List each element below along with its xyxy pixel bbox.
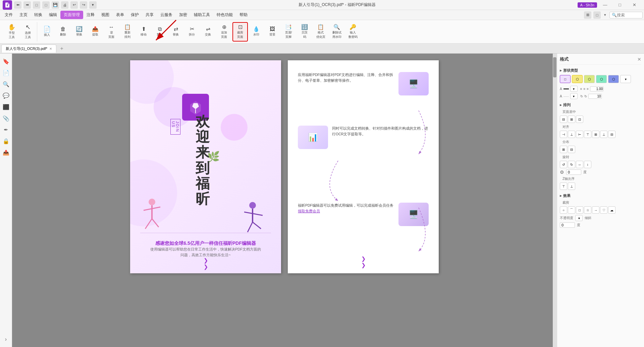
shape-star-btn[interactable]: ⬡ bbox=[596, 75, 607, 83]
extract-page-btn[interactable]: 📤 提取 bbox=[88, 22, 103, 42]
rotate-angle-input[interactable] bbox=[566, 169, 581, 175]
user-badge[interactable]: A - Sh3n bbox=[578, 2, 597, 8]
tab-close-btn[interactable]: ✕ bbox=[49, 47, 52, 51]
new-tab-btn[interactable]: + bbox=[58, 45, 66, 53]
menu-form[interactable]: 表单 bbox=[113, 11, 127, 19]
shape-rounded-btn[interactable]: ⬡ bbox=[572, 75, 583, 83]
flip-v-btn[interactable]: ↕ bbox=[584, 161, 591, 168]
crop-star-btn[interactable]: ☆ bbox=[584, 206, 591, 214]
headfoot-btn[interactable]: 📑 页眉/页脚 bbox=[281, 22, 296, 42]
menu-tools[interactable]: 辅助工具 bbox=[191, 11, 213, 19]
zorder-front-btn[interactable]: ⊤ bbox=[560, 183, 567, 190]
layout-grid-btn[interactable]: ⊞ bbox=[584, 11, 591, 19]
menu-cloud[interactable]: 云服务 bbox=[157, 11, 176, 19]
align-center-btn[interactable]: ⊥ bbox=[568, 131, 575, 138]
panel-close-btn[interactable]: ✕ bbox=[637, 57, 641, 62]
menu-share[interactable]: 共享 bbox=[142, 11, 157, 19]
toolbar-forward-btn[interactable]: ➡ bbox=[23, 1, 31, 9]
align-fill-btn[interactable]: ⊟ bbox=[608, 131, 615, 138]
merge-page-btn[interactable]: ⊕ 追加页面 bbox=[216, 22, 232, 42]
layout-list-btn[interactable]: □ bbox=[593, 11, 601, 19]
hand-tool-btn[interactable]: ✋ 手型工具 bbox=[4, 22, 19, 42]
crop-rect-btn[interactable]: □ bbox=[576, 206, 583, 214]
opacity-type-btn[interactable]: ▾ bbox=[575, 215, 583, 221]
crop-wave-btn[interactable]: ⌒ bbox=[568, 206, 575, 214]
crop-cloud-btn[interactable]: ☁ bbox=[608, 206, 615, 214]
search-input[interactable] bbox=[617, 13, 640, 17]
align-top-btn[interactable]: ⊤ bbox=[584, 131, 591, 138]
dist-v-btn[interactable]: ⊟ bbox=[568, 146, 575, 153]
vertical-scrollbar[interactable] bbox=[553, 54, 557, 347]
zorder-back-btn[interactable]: ⊥ bbox=[568, 183, 575, 190]
menu-special[interactable]: 特色功能 bbox=[213, 11, 236, 19]
doc-tab[interactable]: 新人引导(1)_OCR(3).pdf* ✕ bbox=[1, 45, 56, 53]
sidebar-share-icon[interactable]: 📤 bbox=[1, 147, 11, 157]
sidebar-bookmark-icon[interactable]: 🔖 bbox=[1, 56, 11, 66]
align-bottom-btn[interactable]: ⊥ bbox=[600, 131, 607, 138]
toolbar-back-btn[interactable]: ⬅ bbox=[14, 1, 21, 9]
menu-edit[interactable]: 编辑 bbox=[46, 11, 60, 19]
background-btn[interactable]: 🖼 背景 bbox=[265, 22, 280, 42]
toolbar-print-btn[interactable]: 🖨 bbox=[61, 1, 68, 9]
shape-more-btn[interactable]: ▾ bbox=[620, 75, 631, 83]
crop-heart-btn[interactable]: ♡ bbox=[600, 206, 607, 214]
sidebar-attachment-icon[interactable]: 📎 bbox=[1, 113, 11, 123]
toolbar-open-btn[interactable]: □ bbox=[42, 1, 50, 9]
crop-arrow-btn[interactable]: → bbox=[592, 206, 599, 214]
close-btn[interactable]: ✕ bbox=[628, 0, 641, 10]
input-pwd-btn[interactable]: 🔑 输入数密码 bbox=[345, 22, 361, 42]
watermark-btn[interactable]: 💧 水印 bbox=[249, 22, 264, 42]
swap-page-btn[interactable]: ⇌ 交换 bbox=[200, 22, 216, 42]
dist-h-btn[interactable]: ⊞ bbox=[560, 146, 567, 153]
scroll-thumb[interactable] bbox=[553, 57, 556, 77]
shape-rect-btn[interactable]: □ bbox=[560, 75, 571, 83]
flip-h-btn[interactable]: ↔ bbox=[576, 161, 583, 168]
replace-page-btn[interactable]: 🔄 替换 bbox=[71, 22, 87, 42]
menu-home[interactable]: 主页 bbox=[16, 11, 31, 19]
move-page-btn[interactable]: ⬆ 移动 bbox=[136, 22, 151, 42]
menu-encrypt[interactable]: 加密 bbox=[176, 11, 191, 19]
fill-color-btn[interactable]: ▾ bbox=[570, 93, 578, 99]
shape-hex-btn[interactable]: ⬡ bbox=[584, 75, 595, 83]
crop-page-btn[interactable]: ⊡ 裁剪页面 bbox=[232, 22, 248, 42]
center-hv-btn[interactable]: ⊡ bbox=[576, 116, 583, 123]
sidebar-expand-btn[interactable]: › bbox=[1, 334, 11, 344]
trial-watermark-btn[interactable]: 🔍 删除试用水印 bbox=[329, 22, 344, 42]
tilt-input[interactable] bbox=[560, 222, 575, 228]
align-left-btn[interactable]: ⊣ bbox=[560, 131, 567, 138]
split-page-btn[interactable]: ✂ 拆分 bbox=[184, 22, 200, 42]
delete-page-btn[interactable]: 🗑 删除 bbox=[55, 22, 71, 42]
center-v-btn[interactable]: ⊞ bbox=[568, 116, 575, 123]
select-tool-btn[interactable]: ↖ 选择工具 bbox=[20, 22, 36, 42]
sidebar-signature-icon[interactable]: ✒ bbox=[1, 125, 11, 135]
border-width-input[interactable] bbox=[590, 86, 603, 91]
toolbar-undo-btn[interactable]: ↩ bbox=[70, 1, 78, 9]
toolbar-more-btn[interactable]: ▾ bbox=[89, 1, 97, 9]
menu-convert[interactable]: 转换 bbox=[31, 11, 46, 19]
reorder-page-btn[interactable]: 📋 重新排列 bbox=[120, 22, 135, 42]
toolbar-save-btn[interactable]: 💾 bbox=[52, 1, 59, 9]
menu-protect[interactable]: 保护 bbox=[127, 11, 142, 19]
align-right-btn[interactable]: ⊢ bbox=[576, 131, 583, 138]
sidebar-security-icon[interactable]: 🔒 bbox=[1, 136, 11, 146]
menu-view[interactable]: 视图 bbox=[98, 11, 113, 19]
sidebar-layers-icon[interactable]: ⬛ bbox=[1, 102, 11, 112]
copy-page-btn[interactable]: ⧉ 复制 bbox=[152, 22, 167, 42]
align-middle-btn[interactable]: ⊞ bbox=[592, 131, 599, 138]
color-picker-btn[interactable]: ▾ bbox=[570, 86, 578, 92]
menu-file[interactable]: 文件 bbox=[1, 11, 16, 19]
minimize-btn[interactable]: — bbox=[598, 0, 612, 10]
toolbar-redo-btn[interactable]: ↪ bbox=[80, 1, 87, 9]
menu-help[interactable]: 帮助 bbox=[236, 11, 251, 19]
menu-pagemanage[interactable]: 页面管理 bbox=[60, 11, 83, 19]
sidebar-pages-icon[interactable]: 📄 bbox=[1, 68, 11, 78]
sidebar-comment-icon[interactable]: 💬 bbox=[1, 90, 11, 100]
shape-cloud-btn[interactable]: ⬡ bbox=[608, 75, 619, 83]
restore-btn[interactable]: □ bbox=[613, 0, 627, 10]
menu-comment[interactable]: 注释 bbox=[83, 11, 98, 19]
rotate-cw-btn[interactable]: ↻ bbox=[568, 161, 575, 168]
crop-circle-btn[interactable]: ○ bbox=[560, 206, 567, 214]
format-btn[interactable]: 📋 格式优化页 bbox=[313, 22, 328, 42]
replace2-page-btn[interactable]: ⇄ 替换 bbox=[168, 22, 183, 42]
bates-btn[interactable]: 🔢 贝茨码 bbox=[297, 22, 312, 42]
